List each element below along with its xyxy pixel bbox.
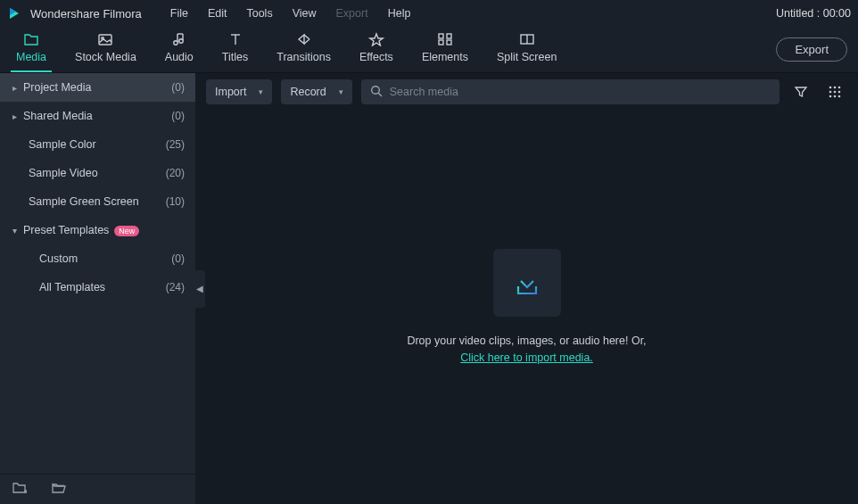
tab-label: Effects <box>359 51 393 63</box>
svg-point-18 <box>829 87 832 89</box>
tab-label: Media <box>16 51 46 63</box>
menu-item-view[interactable]: View <box>284 4 326 23</box>
drop-text-line1: Drop your video clips, images, or audio … <box>407 333 646 350</box>
tab-titles[interactable]: Titles <box>217 32 253 72</box>
tab-transitions[interactable]: Transitions <box>271 32 336 72</box>
tab-elements[interactable]: Elements <box>417 32 474 72</box>
sidebar-item-count: (0) <box>171 81 185 94</box>
svg-point-23 <box>838 91 841 94</box>
export-button[interactable]: Export <box>776 37 847 62</box>
svg-point-5 <box>179 39 183 43</box>
import-dropdown[interactable]: Import ▾ <box>206 79 272 104</box>
search-input[interactable] <box>390 86 771 98</box>
content-toolbar: Import ▾ Record ▾ <box>195 73 858 111</box>
split-screen-icon <box>519 32 535 46</box>
svg-rect-8 <box>439 34 443 38</box>
tab-effects[interactable]: Effects <box>354 32 399 72</box>
audio-icon <box>171 32 187 46</box>
svg-point-26 <box>838 95 841 98</box>
effects-icon <box>368 32 384 46</box>
sidebar-item-custom[interactable]: ▸Custom(0) <box>0 244 195 273</box>
main: ▸Project Media(0)▸Shared Media(0)▸Sample… <box>0 73 858 504</box>
chevron-down-icon: ▾ <box>259 87 263 96</box>
chevron-down-icon: ▾ <box>5 226 23 235</box>
app-title: Wondershare Filmora <box>30 7 142 21</box>
sidebar-item-count: (0) <box>171 252 185 265</box>
tab-split-screen[interactable]: Split Screen <box>491 32 562 72</box>
import-label: Import <box>215 86 246 98</box>
elements-icon <box>437 32 453 46</box>
sidebar-item-project-media[interactable]: ▸Project Media(0) <box>0 73 195 102</box>
search-wrap <box>361 79 780 104</box>
collapse-handle[interactable]: ◀ <box>194 270 205 308</box>
svg-point-19 <box>834 87 837 89</box>
sidebar-item-shared-media[interactable]: ▸Shared Media(0) <box>0 102 195 130</box>
record-dropdown[interactable]: Record ▾ <box>281 79 351 104</box>
sidebar-bottom <box>0 474 195 504</box>
sidebar-item-count: (20) <box>166 167 185 179</box>
tab-label: Split Screen <box>497 51 557 63</box>
sidebar-item-sample-video[interactable]: ▸Sample Video(20) <box>0 159 195 187</box>
svg-point-25 <box>834 95 837 98</box>
sidebar-item-preset-templates[interactable]: ▾Preset TemplatesNew <box>0 216 195 244</box>
menu-item-tools[interactable]: Tools <box>237 4 281 23</box>
content: ◀ Import ▾ Record ▾ <box>195 73 858 504</box>
import-media-link[interactable]: Click here to import media. <box>460 351 593 364</box>
chevron-left-icon: ◀ <box>196 284 203 293</box>
sidebar-item-count: (25) <box>166 138 185 151</box>
svg-point-4 <box>174 41 177 45</box>
svg-point-24 <box>829 95 832 98</box>
titles-icon <box>227 32 243 46</box>
menu-item-file[interactable]: File <box>161 4 197 23</box>
chevron-down-icon: ▾ <box>339 87 343 96</box>
toolbar-tabs: MediaStock MediaAudioTitlesTransitionsEf… <box>11 27 562 72</box>
new-folder-icon[interactable] <box>12 482 27 497</box>
tab-media[interactable]: Media <box>11 32 52 72</box>
record-label: Record <box>290 86 326 98</box>
stock-media-icon <box>97 32 113 46</box>
grid-view-button[interactable] <box>822 79 847 104</box>
sidebar-item-label: Sample Video <box>29 167 166 179</box>
sidebar-item-label: Preset TemplatesNew <box>23 224 185 236</box>
sidebar-item-label: All Templates <box>39 281 166 293</box>
sidebar-item-sample-color[interactable]: ▸Sample Color(25) <box>0 130 195 159</box>
tab-audio[interactable]: Audio <box>160 32 199 72</box>
media-icon <box>23 32 39 46</box>
new-badge: New <box>114 226 139 236</box>
svg-rect-9 <box>447 34 451 38</box>
svg-point-16 <box>371 86 379 94</box>
menubar: Wondershare Filmora FileEditToolsViewExp… <box>0 0 858 27</box>
svg-point-20 <box>838 87 841 89</box>
drop-area[interactable]: Drop your video clips, images, or audio … <box>195 111 858 504</box>
svg-rect-11 <box>447 40 451 45</box>
tab-label: Elements <box>422 51 468 63</box>
menu-item-export: Export <box>327 4 377 23</box>
menubar-left: Wondershare Filmora FileEditToolsViewExp… <box>7 4 419 23</box>
filter-button[interactable] <box>788 79 813 104</box>
tab-label: Audio <box>165 51 194 63</box>
sidebar-item-all-templates[interactable]: ▸All Templates(24) <box>0 273 195 302</box>
menu-item-edit[interactable]: Edit <box>199 4 236 23</box>
tab-label: Transitions <box>276 51 331 63</box>
tab-label: Titles <box>222 51 248 63</box>
search-icon <box>370 85 383 100</box>
sidebar-item-count: (24) <box>166 281 185 293</box>
sidebar-item-label: Project Media <box>23 81 171 94</box>
document-title: Untitled : 00:00 <box>776 7 851 20</box>
download-icon <box>509 265 545 301</box>
open-folder-icon[interactable] <box>52 482 66 497</box>
menu-item-help[interactable]: Help <box>379 4 420 23</box>
sidebar-item-label: Sample Color <box>29 138 166 151</box>
sidebar-item-sample-green-screen[interactable]: ▸Sample Green Screen(10) <box>0 187 195 216</box>
sidebar-list: ▸Project Media(0)▸Shared Media(0)▸Sample… <box>0 73 195 474</box>
tab-label: Stock Media <box>75 51 136 63</box>
sidebar-item-count: (10) <box>166 195 185 208</box>
chevron-right-icon: ▸ <box>5 83 23 93</box>
svg-rect-10 <box>439 40 443 45</box>
chevron-right-icon: ▸ <box>5 112 23 121</box>
svg-point-21 <box>829 91 832 94</box>
drop-box <box>493 249 561 317</box>
sidebar-item-count: (0) <box>171 110 185 122</box>
tab-stock-media[interactable]: Stock Media <box>70 32 142 72</box>
transitions-icon <box>296 32 312 46</box>
